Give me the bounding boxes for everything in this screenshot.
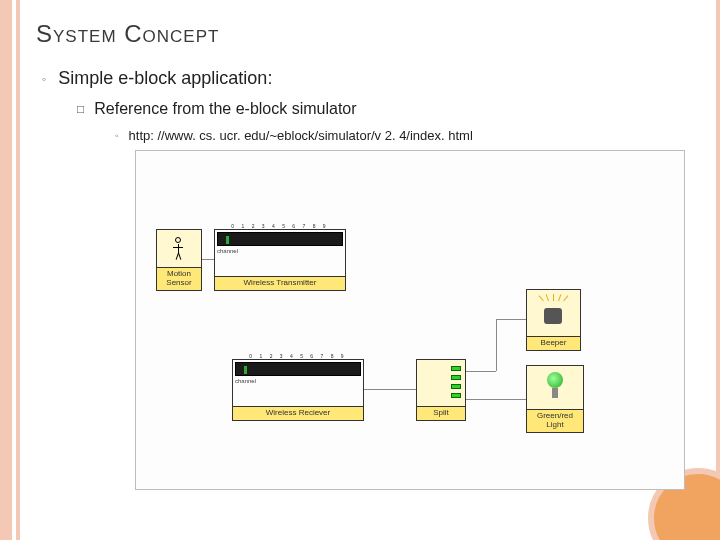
dipswitch-icon xyxy=(217,232,343,246)
split-block: Split xyxy=(416,359,466,421)
reference-url: http: //www. cs. ucr. edu/~eblock/simula… xyxy=(129,128,473,143)
led-stack-icon xyxy=(451,366,461,398)
bullet-icon: ◦ xyxy=(115,130,119,141)
left-accent-stripe xyxy=(0,0,20,540)
wire xyxy=(496,319,497,371)
wire xyxy=(466,371,496,372)
eblock-diagram: Motion Sensor 0 1 2 3 4 5 6 7 8 9 channe… xyxy=(135,150,685,490)
split-label: Split xyxy=(417,406,465,420)
speaker-icon xyxy=(544,308,562,324)
beeper-label: Beeper xyxy=(527,336,580,350)
motion-sensor-block: Motion Sensor xyxy=(156,229,202,291)
dipswitch-icon xyxy=(235,362,361,376)
person-icon xyxy=(172,237,186,261)
bullet-sub-text: Reference from the e-block simulator xyxy=(94,100,356,118)
slide-title: System Concept xyxy=(36,20,219,48)
green-light-label: Green/red Light xyxy=(527,409,583,432)
wire xyxy=(496,319,526,320)
bullet-level-2: □ Reference from the e-block simulator xyxy=(77,100,357,118)
wireless-tx-label: Wireless Transmitter xyxy=(215,276,345,290)
bullet-text: Simple e-block application: xyxy=(58,68,272,89)
bullet-level-1: ◦ Simple e-block application: xyxy=(42,68,272,89)
wireless-transmitter-block: 0 1 2 3 4 5 6 7 8 9 channel Wireless Tra… xyxy=(214,229,346,291)
wire xyxy=(466,399,526,400)
channel-label: channel xyxy=(217,248,238,254)
dipswitch-numbers: 0 1 2 3 4 5 6 7 8 9 xyxy=(235,353,361,359)
right-accent-stripe xyxy=(716,0,720,540)
square-bullet-icon: □ xyxy=(77,102,84,116)
dipswitch-numbers: 0 1 2 3 4 5 6 7 8 9 xyxy=(217,223,343,229)
motion-sensor-label: Motion Sensor xyxy=(157,267,201,290)
bullet-icon: ◦ xyxy=(42,72,46,86)
wire xyxy=(202,259,214,260)
beeper-block: Beeper xyxy=(526,289,581,351)
wire xyxy=(364,389,416,390)
wireless-rx-label: Wireless Reciever xyxy=(233,406,363,420)
channel-label: channel xyxy=(235,378,256,384)
bullet-level-3: ◦ http: //www. cs. ucr. edu/~eblock/simu… xyxy=(115,128,473,143)
green-light-block: Green/red Light xyxy=(526,365,584,433)
bulb-base-icon xyxy=(552,388,558,398)
light-bulb-icon xyxy=(547,372,563,388)
wireless-receiver-block: 0 1 2 3 4 5 6 7 8 9 channel Wireless Rec… xyxy=(232,359,364,421)
